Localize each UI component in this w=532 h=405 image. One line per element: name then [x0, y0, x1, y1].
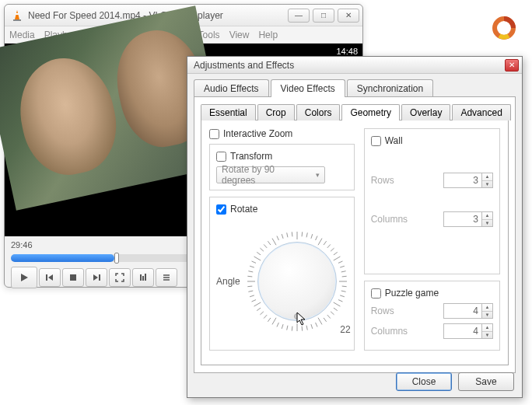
menu-media[interactable]: Media [9, 30, 35, 40]
angle-dial[interactable]: 22 [247, 231, 348, 332]
left-column: Interactive Zoom Transform Rotate by 90 … [209, 128, 355, 357]
stop-button[interactable] [62, 268, 84, 287]
interactive-zoom-checkbox[interactable]: Interactive Zoom [209, 128, 355, 139]
svg-line-67 [257, 252, 261, 255]
next-button[interactable] [86, 268, 107, 287]
playlist-button[interactable] [156, 268, 177, 287]
interactive-zoom-label: Interactive Zoom [223, 128, 292, 139]
svg-line-36 [333, 302, 340, 306]
svg-rect-9 [140, 274, 142, 281]
ring-icon [492, 16, 516, 40]
svg-line-33 [341, 291, 345, 292]
svg-line-68 [260, 248, 263, 251]
svg-line-24 [331, 248, 334, 251]
svg-line-39 [327, 315, 331, 318]
tab-panel: Essential Crop Colors Geometry Overlay A… [194, 96, 516, 373]
puzzle-checkbox[interactable]: Puzzle game [371, 288, 493, 299]
svg-line-56 [254, 302, 261, 306]
puzzle-rows-input[interactable] [443, 303, 482, 319]
svg-line-63 [248, 271, 253, 272]
svg-line-20 [315, 236, 317, 240]
svg-line-52 [268, 318, 271, 322]
svg-marker-5 [48, 274, 53, 281]
puzzle-cols-stepper[interactable]: ▲▼ [482, 323, 493, 339]
svg-line-48 [286, 326, 287, 330]
dialog-close-button[interactable]: ✕ [505, 59, 519, 72]
subtab-crop[interactable]: Crop [257, 104, 295, 120]
svg-line-64 [250, 266, 254, 267]
wall-checkbox[interactable]: Wall [371, 135, 493, 146]
wall-rows-stepper[interactable]: ▲▼ [482, 173, 493, 188]
angle-dial-row: Angle 22 [216, 219, 348, 344]
svg-line-19 [311, 234, 313, 239]
ext-settings-button[interactable] [132, 268, 154, 287]
tab-video-effects[interactable]: Video Effects [271, 79, 345, 97]
tab-synchronization[interactable]: Synchronization [347, 79, 433, 97]
main-tabstrip: Audio Effects Video Effects Synchronizat… [187, 74, 522, 96]
subtab-colors[interactable]: Colors [296, 104, 341, 120]
subtab-essential[interactable]: Essential [201, 104, 256, 120]
wall-rows-spinner[interactable]: ▲▼ [443, 173, 493, 188]
play-button[interactable] [11, 267, 37, 288]
svg-line-43 [311, 324, 313, 329]
svg-line-32 [341, 286, 346, 287]
puzzle-rows-spinner[interactable]: ▲▼ [443, 303, 493, 319]
svg-line-62 [247, 276, 252, 277]
svg-line-75 [292, 232, 292, 236]
wall-rows-row: Rows ▲▼ [371, 173, 493, 188]
transform-input[interactable] [216, 152, 226, 162]
tab-audio-effects[interactable]: Audio Effects [194, 79, 269, 97]
wall-input[interactable] [371, 136, 381, 146]
maximize-button[interactable]: □ [313, 9, 334, 23]
wall-rows-input[interactable] [443, 173, 482, 188]
svg-line-72 [277, 236, 278, 240]
wall-label: Wall [385, 135, 403, 146]
interactive-zoom-input[interactable] [209, 129, 219, 139]
rotate-input[interactable] [216, 204, 226, 215]
subtab-geometry[interactable]: Geometry [341, 104, 400, 120]
fullscreen-button[interactable] [109, 268, 131, 287]
svg-line-40 [324, 318, 327, 322]
svg-rect-2 [16, 13, 19, 15]
menu-view[interactable]: View [229, 30, 250, 40]
seek-handle[interactable] [114, 253, 119, 264]
svg-line-73 [282, 234, 283, 239]
puzzle-cols-input[interactable] [443, 323, 482, 339]
transform-option: Rotate by 90 degrees [222, 164, 310, 186]
wall-cols-spinner[interactable]: ▲▼ [443, 211, 493, 227]
vlc-cone-icon [11, 9, 23, 22]
svg-line-53 [264, 315, 267, 318]
rotate-checkbox[interactable]: Rotate [216, 204, 348, 215]
svg-line-66 [254, 257, 261, 260]
svg-line-57 [251, 300, 255, 302]
puzzle-rows-label: Rows [371, 305, 394, 316]
puzzle-cols-row: Columns ▲▼ [371, 323, 493, 339]
wall-cols-input[interactable] [443, 211, 482, 227]
video-timestamp: 14:48 [336, 47, 358, 56]
transform-checkbox[interactable]: Transform [216, 151, 348, 162]
subtab-overlay[interactable]: Overlay [401, 104, 450, 120]
svg-line-30 [341, 276, 346, 277]
dial-knob[interactable] [257, 242, 337, 321]
dialog-titlebar[interactable]: Adjustments and Effects ✕ [187, 57, 522, 74]
puzzle-rows-stepper[interactable]: ▲▼ [482, 303, 493, 319]
svg-line-23 [327, 244, 331, 247]
svg-line-42 [315, 323, 317, 326]
minimize-button[interactable]: — [288, 9, 310, 23]
transform-select[interactable]: Rotate by 90 degrees [216, 166, 325, 183]
svg-line-60 [247, 286, 252, 287]
prev-button[interactable] [39, 268, 61, 287]
close-button[interactable]: ✕ [338, 9, 359, 23]
puzzle-input[interactable] [371, 288, 381, 299]
subtab-advanced[interactable]: Advanced [452, 104, 510, 120]
svg-line-26 [333, 257, 340, 260]
wall-cols-stepper[interactable]: ▲▼ [482, 211, 493, 227]
puzzle-rows-row: Rows ▲▼ [371, 303, 493, 319]
save-button[interactable]: Save [458, 372, 514, 391]
svg-line-58 [250, 295, 254, 297]
svg-marker-7 [93, 274, 98, 281]
wall-cols-label: Columns [371, 214, 408, 225]
close-button[interactable]: Close [396, 372, 452, 391]
puzzle-cols-spinner[interactable]: ▲▼ [443, 323, 493, 339]
menu-help[interactable]: Help [258, 30, 278, 40]
